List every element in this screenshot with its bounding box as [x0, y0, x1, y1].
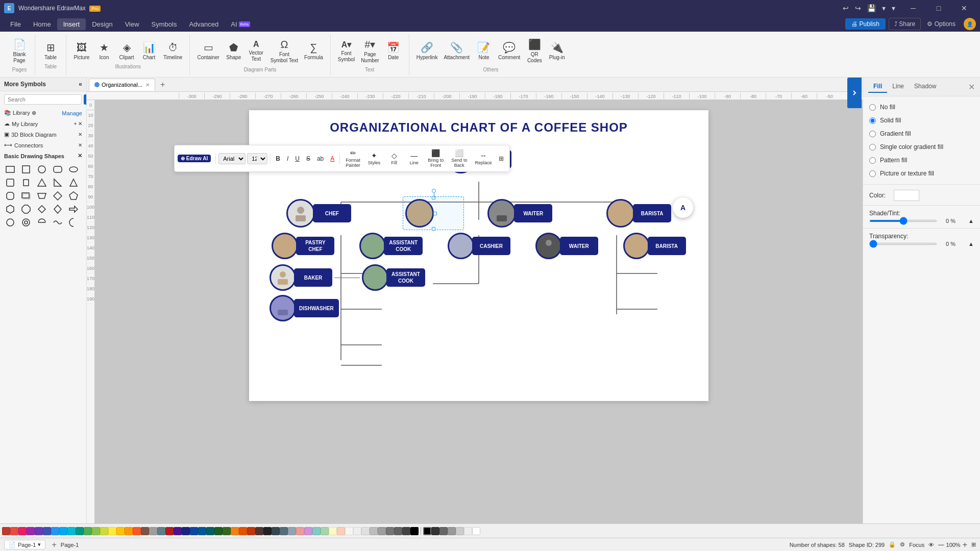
color-swatch[interactable]	[198, 527, 206, 535]
font-family-select[interactable]: Arial	[218, 153, 246, 164]
color-swatch-white[interactable]	[472, 527, 480, 535]
color-swatch[interactable]	[263, 527, 272, 535]
shape-circle2[interactable]	[4, 216, 16, 229]
cashier-node[interactable]: CASHIER	[448, 233, 510, 259]
color-swatch[interactable]	[2, 527, 10, 535]
color-swatch[interactable]	[239, 527, 247, 535]
note-button[interactable]: 📝 Note	[473, 39, 495, 63]
color-swatch[interactable]	[394, 527, 402, 535]
manager-node[interactable]	[405, 199, 434, 228]
container-button[interactable]: ▭ Container	[194, 39, 222, 63]
clipart-button[interactable]: ◈ Clipart	[115, 39, 138, 63]
shade-increment[interactable]: ▲	[959, 218, 974, 224]
search-input[interactable]	[4, 94, 82, 105]
color-swatch[interactable]	[190, 527, 198, 535]
fill-button[interactable]: ◇ Fill	[385, 150, 403, 167]
quick-access-button[interactable]: ▾	[890, 3, 897, 13]
assistant-cook-1-node[interactable]: ASSISTANTCOOK	[359, 233, 423, 259]
solid-fill-option[interactable]: Solid fill	[863, 114, 980, 127]
color-swatch[interactable]	[92, 527, 100, 535]
shape-rect-shadow[interactable]	[20, 190, 32, 202]
tab-close-icon[interactable]: ✕	[145, 82, 150, 88]
basic-shapes-header[interactable]: Basic Drawing Shapes ✕	[0, 151, 86, 161]
menu-file[interactable]: File	[4, 18, 27, 30]
color-swatch[interactable]	[76, 527, 84, 535]
maximize-button[interactable]: □	[927, 0, 950, 16]
nav-3d-block[interactable]: ▣ 3D Block Diagram ✕	[0, 129, 86, 140]
color-swatch[interactable]	[231, 527, 239, 535]
color-swatch[interactable]	[133, 527, 141, 535]
single-gradient-radio[interactable]	[869, 144, 876, 151]
bold-button[interactable]: B	[273, 154, 283, 164]
rotation-handle[interactable]	[432, 189, 436, 193]
color-swatch[interactable]	[223, 527, 231, 535]
color-swatch[interactable]	[304, 527, 312, 535]
shape-iso-triangle[interactable]	[67, 177, 80, 189]
attachment-button[interactable]: 📎 Attachment	[440, 39, 473, 63]
color-swatch[interactable]	[165, 527, 174, 535]
vector-text-button[interactable]: A VectorText	[245, 38, 267, 64]
color-swatch[interactable]	[59, 527, 67, 535]
more-options-button[interactable]: ⊞	[496, 154, 506, 164]
tab-line[interactable]: Line	[887, 81, 909, 93]
color-swatch[interactable]	[84, 527, 92, 535]
underline-button[interactable]: U	[292, 154, 302, 164]
zoom-in-button[interactable]: +	[963, 540, 967, 549]
shape-hexagon[interactable]	[4, 203, 16, 215]
menu-view[interactable]: View	[119, 18, 145, 30]
color-swatch[interactable]	[43, 527, 51, 535]
shape-circle[interactable]	[36, 163, 48, 176]
color-swatch[interactable]	[108, 527, 116, 535]
shape-trapezoid[interactable]	[36, 190, 48, 202]
color-swatch[interactable]	[288, 527, 296, 535]
color-swatch-light[interactable]	[448, 527, 456, 535]
font-symbol-button[interactable]: A▾ FontSymbol	[335, 38, 358, 65]
text-color-button[interactable]: A	[328, 154, 337, 164]
menu-ai[interactable]: AI Beta	[225, 18, 256, 30]
shape-diamond2[interactable]	[36, 203, 48, 215]
strikethrough-button[interactable]: S	[304, 154, 313, 164]
color-swatch[interactable]	[174, 527, 182, 535]
color-swatch[interactable]	[361, 527, 370, 535]
qr-codes-button[interactable]: ⬛ QRCodes	[523, 36, 546, 66]
transparency-increment[interactable]: ▲	[959, 241, 974, 247]
menu-insert[interactable]: Insert	[57, 18, 86, 30]
color-picker[interactable]	[894, 190, 919, 201]
color-swatch[interactable]	[321, 527, 329, 535]
save-as-button[interactable]: ▾	[880, 3, 888, 13]
dishwasher-node[interactable]: DISHWASHER	[270, 295, 339, 321]
shape-triangle[interactable]	[36, 177, 48, 189]
color-swatch[interactable]	[27, 527, 35, 535]
color-swatch[interactable]	[18, 527, 27, 535]
color-swatch[interactable]	[247, 527, 255, 535]
color-swatch[interactable]	[10, 527, 18, 535]
table-button[interactable]: ⊞ Table	[39, 39, 62, 63]
zoom-out-button[interactable]: ─	[938, 540, 944, 549]
shape-rounded-rect2[interactable]	[4, 177, 16, 189]
undo-button[interactable]: ↩	[841, 3, 851, 13]
close-button[interactable]: ✕	[952, 0, 976, 16]
color-swatch[interactable]	[157, 527, 165, 535]
options-button[interactable]: ⚙ Options	[923, 18, 960, 30]
color-swatch[interactable]	[206, 527, 214, 535]
color-swatch[interactable]	[35, 527, 43, 535]
transparency-slider[interactable]	[869, 243, 937, 245]
pastry-chef-node[interactable]: PASTRYCHEF	[272, 233, 334, 259]
canvas-inner[interactable]: ⊕ Edraw AI Arial 12 B I U S ab A	[95, 100, 863, 523]
shape-diamond[interactable]	[52, 190, 64, 202]
nav-my-library[interactable]: ☁ My Library + ✕	[0, 118, 86, 129]
shape-button[interactable]: ⬟ Shape	[223, 39, 245, 63]
right-panel-close-button[interactable]: ✕	[968, 82, 975, 92]
color-swatch[interactable]	[182, 527, 190, 535]
replace-button[interactable]: ↔ Replace	[472, 150, 495, 167]
shape-rtriangle[interactable]	[52, 177, 64, 189]
hyperlink-button[interactable]: 🔗 Hyperlink	[413, 39, 441, 63]
color-swatch[interactable]	[402, 527, 410, 535]
timeline-button[interactable]: ⏱ Timeline	[160, 40, 185, 63]
minimize-button[interactable]: ─	[901, 0, 925, 16]
publish-button[interactable]: 🖨 Publish	[845, 18, 886, 30]
plugin-button[interactable]: 🔌 Plug-in	[546, 39, 568, 63]
fit-window-button[interactable]: ⊞	[971, 541, 976, 548]
canvas-tab[interactable]: Organizational... ✕	[89, 79, 155, 91]
picture-fill-option[interactable]: Picture or texture fill	[863, 167, 980, 180]
